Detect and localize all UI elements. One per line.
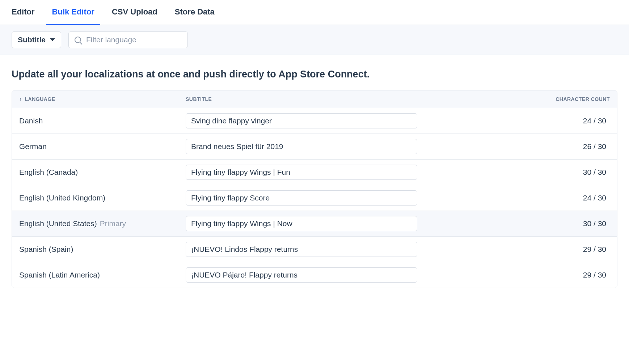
column-header-subtitle[interactable]: Subtitle: [186, 96, 523, 102]
table-row: Spanish (Latin America)29 / 30: [12, 262, 617, 288]
language-cell: Spanish (Spain): [19, 245, 186, 254]
tabs-bar: Editor Bulk Editor CSV Upload Store Data: [0, 0, 629, 25]
language-cell: English (United Kingdom): [19, 194, 186, 202]
character-count: 24 / 30: [523, 194, 610, 202]
column-header-language[interactable]: ↑ Language: [19, 96, 186, 102]
subtitle-input[interactable]: [186, 165, 417, 180]
table-row: German26 / 30: [12, 134, 617, 160]
character-count: 29 / 30: [523, 245, 610, 254]
filter-language-input[interactable]: [86, 35, 182, 44]
subtitle-input[interactable]: [186, 139, 417, 154]
column-header-count[interactable]: Character Count: [523, 96, 610, 102]
subtitle-input[interactable]: [186, 113, 417, 128]
subtitle-input[interactable]: [186, 190, 417, 206]
language-cell: Danish: [19, 117, 186, 125]
subtitle-cell: [186, 242, 523, 257]
language-cell: English (Canada): [19, 168, 186, 177]
localization-table: ↑ Language Subtitle Character Count Dani…: [12, 90, 617, 288]
table-row: English (Canada)30 / 30: [12, 160, 617, 185]
tab-store-data[interactable]: Store Data: [175, 7, 215, 25]
subtitle-cell: [186, 165, 523, 180]
table-row: Danish24 / 30: [12, 108, 617, 134]
subtitle-cell: [186, 216, 523, 231]
subtitle-input[interactable]: [186, 242, 417, 257]
subtitle-cell: [186, 139, 523, 154]
subtitle-input[interactable]: [186, 267, 417, 283]
toolbar: Subtitle: [0, 25, 629, 55]
column-header-language-label: Language: [25, 96, 55, 102]
language-name: German: [19, 142, 47, 151]
table-row: English (United Kingdom)24 / 30: [12, 185, 617, 211]
subtitle-cell: [186, 190, 523, 206]
language-name: Spanish (Spain): [19, 245, 73, 253]
language-cell: German: [19, 142, 186, 151]
language-name: English (United States): [19, 219, 97, 228]
language-name: Spanish (Latin America): [19, 271, 100, 279]
character-count: 30 / 30: [523, 168, 610, 177]
character-count: 24 / 30: [523, 117, 610, 125]
page-headline: Update all your localizations at once an…: [0, 55, 629, 90]
character-count: 30 / 30: [523, 219, 610, 228]
subtitle-cell: [186, 113, 523, 128]
tab-csv-upload[interactable]: CSV Upload: [112, 7, 157, 25]
table-header: ↑ Language Subtitle Character Count: [12, 90, 617, 108]
language-name: English (United Kingdom): [19, 194, 105, 202]
search-icon: [75, 37, 81, 43]
table-row: English (United States)Primary30 / 30: [12, 211, 617, 237]
chevron-down-icon: [50, 38, 55, 41]
primary-badge: Primary: [100, 219, 126, 228]
subtitle-cell: [186, 267, 523, 283]
language-name: English (Canada): [19, 168, 78, 176]
sort-arrow-up-icon: ↑: [19, 96, 22, 102]
subtitle-input[interactable]: [186, 216, 417, 231]
table-row: Spanish (Spain)29 / 30: [12, 237, 617, 262]
tab-bulk-editor[interactable]: Bulk Editor: [52, 7, 94, 25]
character-count: 29 / 30: [523, 271, 610, 279]
dropdown-label: Subtitle: [18, 35, 46, 44]
language-name: Danish: [19, 117, 43, 125]
language-cell: Spanish (Latin America): [19, 271, 186, 279]
tab-editor[interactable]: Editor: [12, 7, 35, 25]
filter-language-box[interactable]: [68, 31, 188, 48]
field-selector-dropdown[interactable]: Subtitle: [12, 31, 61, 48]
character-count: 26 / 30: [523, 142, 610, 151]
language-cell: English (United States)Primary: [19, 219, 186, 228]
